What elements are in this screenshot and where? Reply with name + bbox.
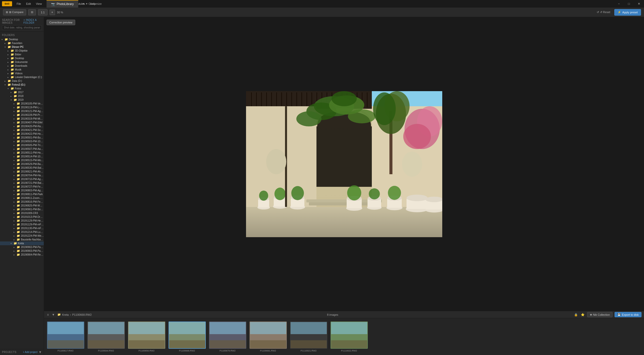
correction-preview-button[interactable]: Correction preview (47, 20, 75, 25)
folder-tree-item-f5[interactable]: ▸📁20190319-PM-Minisative (0, 117, 44, 121)
folder-tree-item-f33[interactable]: ▸📁20191129-PM-mFT-FF (0, 223, 44, 226)
filmstrip-thumb-t8[interactable]: P1110022.RW2 (330, 322, 369, 352)
filmstrip-thumb-t7[interactable]: P1110021.RW2 (289, 322, 328, 352)
folder-tree-item-dokumente[interactable]: ▸📁Dokumente (0, 60, 44, 64)
tree-folder-icon-kreta: 📁 (14, 242, 17, 245)
folder-tree-item-musik[interactable]: ▸📁Musik (0, 68, 44, 72)
maximize-button[interactable]: □ (624, 0, 634, 8)
folder-tree-item-desktop[interactable]: ▾📁Desktop (0, 38, 44, 41)
filmstrip-thumb-t1[interactable]: P1100617.RW2 (46, 322, 85, 352)
folder-tree-item-f23[interactable]: ▸📁20190727-PM-Feelworld-MAS (0, 185, 44, 189)
folder-tree-item-bilder[interactable]: ▸📁Bilder (0, 53, 44, 56)
folder-tree-item-f34[interactable]: ▸📁20191130-PM-mFT-FF (0, 226, 44, 230)
folder-tree-item-f27[interactable]: ▸📁20190816-PM-FeelWorld-F6+ (0, 200, 44, 204)
menu-file[interactable]: File (15, 2, 23, 6)
folder-tree-item-f29[interactable]: ▸📁20190901-PM-BotanischerGarte (0, 207, 44, 211)
photolibrary-tab[interactable]: 📷 PhotoLibrary (47, 0, 78, 8)
menu-view[interactable]: View (34, 2, 44, 6)
folder-tree-item-f17[interactable]: ▸📁20190529-PM-Base-ISO (0, 162, 44, 166)
folder-tree-item-f7[interactable]: ▸📁20190420-PM-RawPower (0, 124, 44, 128)
folder-tree-item-f15[interactable]: ▸📁20190514-PM-100-300 (0, 155, 44, 158)
tree-label-f12: 20190505-PM-Triathlon-Brand (21, 144, 44, 147)
folder-tree-item-f16[interactable]: ▸📁20190515-PM-Mond (0, 158, 44, 162)
folder-tree-item-f24[interactable]: ▸📁20190803-PM-Agustinnerwald (0, 189, 44, 192)
folder-tree-item-data-d[interactable]: ▸📁Data (D:) (0, 79, 44, 83)
add-project-link[interactable]: + Add project (23, 351, 37, 353)
folder-tree-item-f30[interactable]: ▸📁20191009-CR3 (0, 211, 44, 215)
folder-tree-item-k2[interactable]: ▸📁20190903-PM-Panormos (0, 249, 44, 253)
folder-tree-item-kreta[interactable]: ▾📁Kreta (0, 241, 44, 245)
filmstrip-thumb-t5[interactable]: P1100679.RW2 (208, 322, 247, 352)
folder-tree-item-f1[interactable]: ▸📁20190105-PM-Verkäufe (0, 102, 44, 105)
folder-tree-item-f2[interactable]: ▸📁20190119-PM-L-Winkel-Neewe (0, 105, 44, 109)
tree-arrow-f10: ▸ (14, 136, 17, 139)
onetoone-button[interactable]: 1:1 (38, 9, 47, 15)
folder-tree-item-fotos2-g[interactable]: ▾📁Fotos2 (G:) (0, 83, 44, 87)
folder-tree-item-f4[interactable]: ▸📁20190228-PM-Profile (0, 113, 44, 117)
menu-edit[interactable]: Edit (24, 2, 33, 6)
folder-tree-item-f3[interactable]: ▸📁20190121-PM-Agaponiden (0, 109, 44, 113)
folder-tree-item-f9[interactable]: ▸📁20190422-PM-Hohes-Venn (0, 132, 44, 136)
svg-rect-90 (129, 322, 165, 334)
folder-tree-item-f10[interactable]: ▸📁20190501-PM-Butzerbachtal (0, 136, 44, 139)
filmstrip-filter-button[interactable]: ▼ (51, 312, 55, 317)
apply-preset-button[interactable]: ⚡ Apply preset (614, 9, 641, 16)
folder-tree-item-f19[interactable]: ▸📁20190621-PM-Ahweiler (0, 170, 44, 173)
folder-tree-item-f35[interactable]: ▸📁20191214-PM-Lumix-G9 (0, 230, 44, 234)
folder-tree-item-f31[interactable]: ▸📁20191013-PM-Dreiländerpunkt (0, 215, 44, 219)
compare-button[interactable]: ⊞ ⊞ Compare (3, 9, 26, 15)
folder-tree-item-desktop2[interactable]: ▸📁Desktop (0, 56, 44, 60)
nik-collection-button[interactable]: ◈ Nik Collection (587, 312, 613, 317)
folder-tree-item-f26[interactable]: ▸📁20190811-Zoom-H1n (0, 196, 44, 200)
folder-tree-item-f36[interactable]: ▸📁20191224-PM-Weihnachten (0, 234, 44, 238)
folder-tree-item-3d-objekte[interactable]: ▸📁3D-Objekte (0, 49, 44, 53)
reset-button[interactable]: ↺ ↺ Reset (595, 10, 612, 15)
folder-tree-item-f21[interactable]: ▸📁20190710-PM-Agaponiden (0, 177, 44, 181)
folder-tree-item-f11[interactable]: ▸📁20190503-PM-100-300i (0, 139, 44, 143)
folder-tree-item-f32[interactable]: ▸📁20191129-PM-Herbst (0, 219, 44, 223)
folder-tree-item-f22[interactable]: ▸📁20190721-PM-Balkonblumen (0, 181, 44, 185)
folder-tree-item-favorites[interactable]: ▸📁Favoriten (0, 41, 44, 45)
folder-tree-item-f8[interactable]: ▸📁20190421-PM-Softbox (0, 128, 44, 132)
folder-tree-item-2019[interactable]: ▾📁2019 (0, 98, 44, 102)
customize-btn[interactable]: ✦ ✦ Customize (80, 2, 104, 6)
folder-tree-item-2018[interactable]: ▸📁2018 (0, 94, 44, 98)
filmstrip-lock-button[interactable]: 🔒 (574, 312, 578, 317)
folder-tree-item-2017[interactable]: ▸📁2017 (0, 90, 44, 94)
filmstrip-thumb-t3[interactable]: P1100656.RW2 (127, 322, 166, 352)
filmstrip-menu-button[interactable]: ≡ (47, 312, 49, 317)
tree-label-f30: 20191009-CR3 (21, 212, 38, 215)
folder-tree-item-lokaler[interactable]: ▸📁Lokaler Datenträger (C:) (0, 75, 44, 79)
filmstrip-star-button[interactable]: ⭐ (580, 312, 585, 317)
folder-tree-item-f6[interactable]: ▸📁20190407-PM-Eifel (0, 121, 44, 124)
index-folder-link[interactable]: + Index a folder (23, 19, 42, 24)
filmstrip-thumb-t2[interactable]: P1100644.RW2 (87, 322, 126, 352)
tree-folder-icon-downloads: 📁 (11, 64, 14, 67)
folder-tree-item-f25[interactable]: ▸📁20190811-PM-Park (0, 192, 44, 196)
folder-tree-item-f37[interactable]: ▸📁Baustelle-Nachbargebäude (0, 238, 44, 241)
folder-tree-item-f18[interactable]: ▸📁20190530-PM-Balkonblumen (0, 166, 44, 170)
tree-folder-icon-desktop: 📁 (5, 38, 8, 41)
folder-tree-item-fotos[interactable]: ▾📁Fotos (0, 87, 44, 90)
folder-tree-item-dieser-pc[interactable]: ▾📁Dieser PC (0, 45, 44, 49)
folder-tree-item-videos[interactable]: ▸📁Videos (0, 72, 44, 75)
folder-tree-item-f14[interactable]: ▸📁20190511-PM-Hornveilchen (0, 151, 44, 155)
folder-tree-item-f13[interactable]: ▸📁20190507-PM-Aachener-Tierpa (0, 147, 44, 151)
grid-view-button[interactable]: ⊟ (28, 9, 36, 15)
filmstrip-thumb-t6[interactable]: P1100691.RW2 (249, 322, 288, 352)
folder-tree-item-k3[interactable]: ▸📁20190904-PM-Rethymno (0, 253, 44, 257)
folder-tree-item-downloads[interactable]: ▸📁Downloads (0, 64, 44, 68)
projects-expand-button[interactable]: ▼ (38, 350, 42, 354)
close-button[interactable]: ✕ (634, 0, 644, 8)
folder-tree-item-f28[interactable]: ▸📁20190825-PM-Wände-Herff (0, 204, 44, 207)
zoom-plus-button[interactable]: + (50, 10, 55, 15)
folder-tree-item-f12[interactable]: ▸📁20190505-PM-Triathlon-Brand (0, 143, 44, 147)
search-input[interactable] (2, 25, 42, 30)
tree-folder-icon-f12: 📁 (17, 144, 20, 147)
folder-tree-item-f20[interactable]: ▸📁20190704-PM-Haida-Var-ND (0, 173, 44, 177)
filmstrip-thumb-t4[interactable]: P1100668.RW2 (168, 322, 207, 352)
export-to-disk-button[interactable]: 💾 Export to disk (615, 312, 641, 317)
folder-tree-item-k1[interactable]: ▸📁20190902-PM-Panormos (0, 245, 44, 249)
filmstrip-thumb-label-t2: P1100644.RW2 (98, 349, 114, 352)
minimize-button[interactable]: − (614, 0, 624, 8)
